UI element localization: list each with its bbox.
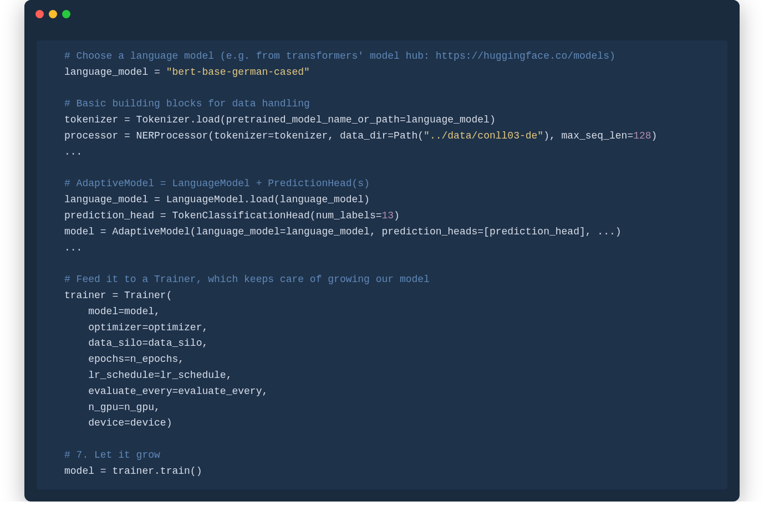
code-token: data_silo=data_silo,	[64, 337, 208, 349]
window-maximize-icon[interactable]	[62, 10, 70, 18]
title-bar	[24, 0, 740, 24]
code-token: "../data/conll03-de"	[424, 130, 543, 141]
code-line	[64, 160, 717, 176]
code-token: n_gpu=n_gpu,	[64, 402, 160, 413]
code-line: ...	[64, 240, 717, 256]
code-token: model=model,	[64, 306, 160, 317]
window-close-icon[interactable]	[35, 10, 44, 18]
code-line: model = trainer.train()	[64, 463, 717, 479]
window-minimize-icon[interactable]	[49, 10, 57, 18]
code-token: ...	[64, 146, 82, 157]
code-token: device=device)	[64, 417, 172, 428]
code-line: # Basic building blocks for data handlin…	[64, 96, 717, 112]
code-token: )	[394, 210, 400, 221]
code-token: # Basic building blocks for data handlin…	[64, 98, 310, 109]
code-window: # Choose a language model (e.g. from tra…	[24, 0, 740, 502]
code-line: evaluate_every=evaluate_every,	[64, 383, 717, 400]
code-token: 128	[633, 130, 651, 141]
code-line: n_gpu=n_gpu,	[64, 400, 717, 416]
code-token: lr_schedule=lr_schedule,	[64, 370, 232, 381]
code-token: # Feed it to a Trainer, which keeps care…	[64, 274, 430, 285]
code-token: prediction_head = TokenClassificationHea…	[64, 210, 382, 221]
code-line: processor = NERProcessor(tokenizer=token…	[64, 128, 717, 144]
code-token: evaluate_every=evaluate_every,	[64, 386, 268, 397]
code-token: # 7. Let it grow	[64, 449, 160, 461]
code-line: ...	[64, 144, 717, 160]
code-editor[interactable]: # Choose a language model (e.g. from tra…	[37, 40, 727, 489]
code-line: # Choose a language model (e.g. from tra…	[64, 48, 717, 64]
code-line: device=device)	[64, 415, 717, 431]
code-token: processor = NERProcessor(tokenizer=token…	[64, 130, 424, 141]
code-token: ), max_seq_len=	[543, 130, 633, 141]
code-token: # Choose a language model (e.g. from tra…	[64, 50, 615, 62]
code-line	[64, 255, 717, 272]
code-token: trainer = Trainer(	[64, 290, 172, 301]
code-line: optimizer=optimizer,	[64, 320, 717, 336]
code-token: model = AdaptiveModel(language_model=lan…	[64, 226, 622, 237]
code-line: lr_schedule=lr_schedule,	[64, 367, 717, 383]
code-line: trainer = Trainer(	[64, 288, 717, 304]
code-token: "bert-base-german-cased"	[166, 66, 310, 78]
code-token: epochs=n_epochs,	[64, 354, 184, 365]
code-line: language_model = LanguageModel.load(lang…	[64, 192, 717, 208]
code-line: # 7. Let it grow	[64, 447, 717, 463]
code-line	[64, 431, 717, 447]
code-line: prediction_head = TokenClassificationHea…	[64, 208, 717, 224]
code-line: epochs=n_epochs,	[64, 351, 717, 367]
code-token: optimizer=optimizer,	[64, 322, 208, 333]
code-token: 13	[382, 210, 394, 221]
code-line: # Feed it to a Trainer, which keeps care…	[64, 272, 717, 288]
code-line: language_model = "bert-base-german-cased…	[64, 64, 717, 80]
code-line: model = AdaptiveModel(language_model=lan…	[64, 224, 717, 240]
code-token: ...	[64, 242, 82, 253]
code-token: tokenizer = Tokenizer.load(pretrained_mo…	[64, 114, 496, 125]
code-line: data_silo=data_silo,	[64, 335, 717, 351]
code-line	[64, 80, 717, 96]
code-token: # AdaptiveModel = LanguageModel + Predic…	[64, 178, 370, 189]
code-token: model = trainer.train()	[64, 466, 202, 477]
code-line: # AdaptiveModel = LanguageModel + Predic…	[64, 176, 717, 192]
code-token: language_model =	[64, 66, 166, 78]
code-line: tokenizer = Tokenizer.load(pretrained_mo…	[64, 112, 717, 128]
code-line: model=model,	[64, 304, 717, 320]
code-token: )	[651, 130, 658, 141]
code-token: language_model = LanguageModel.load(lang…	[64, 194, 370, 205]
